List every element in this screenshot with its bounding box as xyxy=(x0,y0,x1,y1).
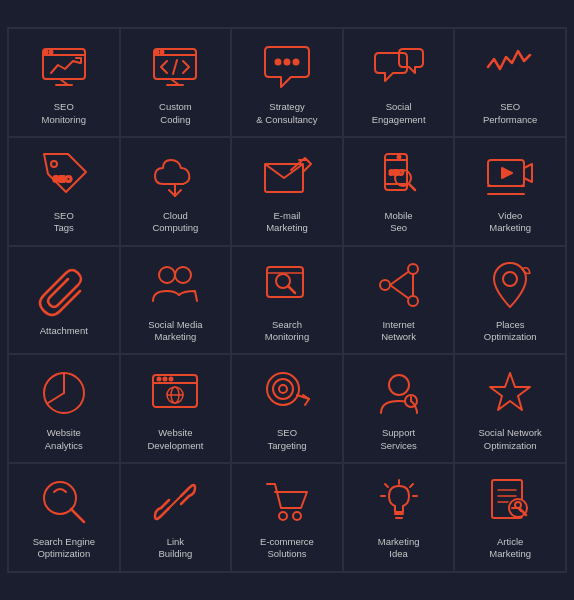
email-marketing-icon xyxy=(261,150,313,202)
svg-point-16 xyxy=(51,161,57,167)
strategy-consultancy-cell[interactable]: Strategy& Consultancy xyxy=(231,28,343,137)
website-development-cell[interactable]: WebsiteDevelopment xyxy=(120,354,232,463)
seo-tags-icon: SEO xyxy=(38,150,90,202)
article-marketing-icon xyxy=(484,476,536,528)
website-analytics-label: WebsiteAnalytics xyxy=(45,427,83,452)
svg-point-68 xyxy=(293,512,301,520)
video-marketing-icon xyxy=(484,150,536,202)
cloud-computing-icon xyxy=(149,150,201,202)
svg-line-75 xyxy=(410,484,413,487)
svg-rect-34 xyxy=(267,267,303,297)
svg-point-26 xyxy=(397,155,400,158)
search-engine-optimization-label: Search EngineOptimization xyxy=(33,536,95,561)
seo-targeting-icon xyxy=(261,367,313,419)
article-marketing-label: ArticleMarketing xyxy=(489,536,531,561)
attachment-cell[interactable]: Attachment xyxy=(8,246,120,355)
svg-line-74 xyxy=(385,484,388,487)
marketing-idea-cell[interactable]: MarketingIdea xyxy=(343,463,455,572)
strategy-consultancy-label: Strategy& Consultancy xyxy=(256,101,317,126)
svg-line-25 xyxy=(409,184,415,190)
custom-coding-cell[interactable]: CustomCoding xyxy=(120,28,232,137)
svg-line-41 xyxy=(390,272,408,285)
seo-monitoring-label: SEOMonitoring xyxy=(42,101,86,126)
website-development-label: WebsiteDevelopment xyxy=(147,427,203,452)
social-engagement-icon xyxy=(373,41,425,93)
svg-point-38 xyxy=(408,264,418,274)
svg-point-48 xyxy=(158,378,161,381)
ecommerce-solutions-icon xyxy=(261,476,313,528)
video-marketing-label: VideoMarketing xyxy=(489,210,531,235)
seo-targeting-label: SEOTargeting xyxy=(267,427,306,452)
support-services-cell[interactable]: SupportServices xyxy=(343,354,455,463)
svg-line-42 xyxy=(390,285,408,298)
seo-targeting-cell[interactable]: SEOTargeting xyxy=(231,354,343,463)
social-network-optimization-cell[interactable]: Social NetworkOptimization xyxy=(454,354,566,463)
website-analytics-icon xyxy=(38,367,90,419)
email-marketing-cell[interactable]: E-mailMarketing xyxy=(231,137,343,246)
svg-line-65 xyxy=(71,509,84,522)
search-monitoring-icon xyxy=(261,259,313,311)
svg-point-32 xyxy=(159,267,175,283)
svg-point-10 xyxy=(156,51,159,54)
article-marketing-cell[interactable]: ArticleMarketing xyxy=(454,463,566,572)
website-analytics-cell[interactable]: WebsiteAnalytics xyxy=(8,354,120,463)
internet-network-icon xyxy=(373,259,425,311)
svg-marker-31 xyxy=(502,168,512,178)
svg-point-85 xyxy=(515,502,521,508)
svg-point-55 xyxy=(267,373,299,405)
svg-point-33 xyxy=(175,267,191,283)
svg-point-39 xyxy=(408,296,418,306)
ecommerce-solutions-cell[interactable]: E-commerceSolutions xyxy=(231,463,343,572)
link-building-icon xyxy=(149,476,201,528)
svg-point-44 xyxy=(503,272,517,286)
marketing-idea-icon xyxy=(373,476,425,528)
svg-text:SEO: SEO xyxy=(53,174,72,184)
social-engagement-cell[interactable]: SocialEngagement xyxy=(343,28,455,137)
svg-point-56 xyxy=(273,379,293,399)
social-media-marketing-cell[interactable]: Social MediaMarketing xyxy=(120,246,232,355)
video-marketing-cell[interactable]: VideoMarketing xyxy=(454,137,566,246)
attachment-label: Attachment xyxy=(40,325,88,337)
strategy-consultancy-icon xyxy=(261,41,313,93)
email-marketing-label: E-mailMarketing xyxy=(266,210,308,235)
svg-point-13 xyxy=(275,60,280,65)
mobile-seo-icon: SEO xyxy=(373,150,425,202)
seo-performance-cell[interactable]: SEOPerformance xyxy=(454,28,566,137)
mobile-seo-label: MobileSeo xyxy=(385,210,413,235)
custom-coding-icon xyxy=(149,41,201,93)
svg-text:SEO: SEO xyxy=(389,169,404,176)
svg-line-12 xyxy=(173,60,177,74)
custom-coding-label: CustomCoding xyxy=(159,101,192,126)
search-engine-optimization-cell[interactable]: Search EngineOptimization xyxy=(8,463,120,572)
support-services-label: SupportServices xyxy=(380,427,416,452)
svg-point-5 xyxy=(49,51,52,54)
seo-performance-icon xyxy=(484,41,536,93)
svg-point-50 xyxy=(170,378,173,381)
cloud-computing-label: CloudComputing xyxy=(152,210,198,235)
seo-tags-cell[interactable]: SEO SEOTags xyxy=(8,137,120,246)
search-monitoring-label: SearchMonitoring xyxy=(265,319,309,344)
mobile-seo-cell[interactable]: SEO MobileSeo xyxy=(343,137,455,246)
search-engine-optimization-icon xyxy=(38,476,90,528)
search-monitoring-cell[interactable]: SearchMonitoring xyxy=(231,246,343,355)
seo-tags-label: SEOTags xyxy=(54,210,74,235)
places-optimization-cell[interactable]: PlacesOptimization xyxy=(454,246,566,355)
svg-marker-63 xyxy=(490,373,530,410)
cloud-computing-cell[interactable]: CloudComputing xyxy=(120,137,232,246)
ecommerce-solutions-label: E-commerceSolutions xyxy=(260,536,314,561)
internet-network-label: InternetNetwork xyxy=(381,319,416,344)
link-building-label: LinkBuilding xyxy=(158,536,192,561)
svg-point-40 xyxy=(380,280,390,290)
seo-monitoring-cell[interactable]: SEOMonitoring xyxy=(8,28,120,137)
link-building-cell[interactable]: LinkBuilding xyxy=(120,463,232,572)
attachment-icon xyxy=(38,265,90,317)
svg-point-49 xyxy=(164,378,167,381)
svg-point-11 xyxy=(161,51,164,54)
svg-point-4 xyxy=(44,51,47,54)
places-optimization-icon xyxy=(484,259,536,311)
svg-point-59 xyxy=(389,375,409,395)
svg-point-14 xyxy=(284,60,289,65)
svg-point-67 xyxy=(279,512,287,520)
website-development-icon xyxy=(149,367,201,419)
internet-network-cell[interactable]: InternetNetwork xyxy=(343,246,455,355)
